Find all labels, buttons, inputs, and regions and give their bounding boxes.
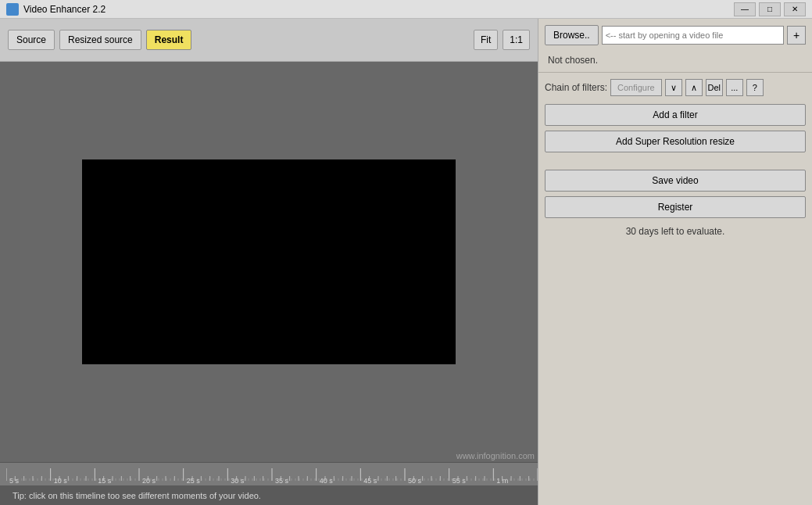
window-controls: — □ ✕ — [734, 2, 806, 16]
timeline-ruler[interactable]: 5 s10 s15 s20 s25 s30 s35 s40 s45 s50 s5… — [0, 462, 538, 485]
configure-button[interactable]: Configure — [610, 79, 662, 96]
arrow-up-button[interactable]: ∧ — [685, 79, 703, 96]
result-tab[interactable]: Result — [146, 30, 192, 50]
add-queue-button[interactable]: + — [787, 26, 806, 45]
svg-text:10 s: 10 s — [54, 477, 68, 484]
video-area — [0, 62, 538, 462]
left-panel: Source Resized source Result Fit 1:1 5 s… — [0, 19, 538, 505]
title-bar: Video Enhancer 2.2 — □ ✕ — [0, 0, 812, 19]
ruler-svg: 5 s10 s15 s20 s25 s30 s35 s40 s45 s50 s5… — [6, 462, 538, 484]
svg-text:25 s: 25 s — [187, 477, 201, 484]
fit-button[interactable]: Fit — [474, 30, 498, 50]
save-video-button[interactable]: Save video — [545, 170, 806, 192]
add-filter-button[interactable]: Add a filter — [545, 104, 806, 126]
file-path-input[interactable] — [602, 26, 784, 45]
chain-filters-row: Chain of filters: Configure ∨ ∧ Del ... … — [538, 76, 812, 99]
right-panel: Browse.. + Not chosen. Chain of filters:… — [538, 19, 812, 505]
add-super-resolution-button[interactable]: Add Super Resolution resize — [545, 131, 806, 152]
help-button[interactable]: ? — [746, 79, 764, 96]
chain-label: Chain of filters: — [545, 82, 607, 93]
maximize-button[interactable]: □ — [759, 2, 781, 16]
divider-1 — [538, 72, 812, 73]
close-button[interactable]: ✕ — [784, 2, 806, 16]
eval-text: 30 days left to evaluate. — [545, 223, 806, 240]
svg-text:50 s: 50 s — [408, 477, 422, 484]
main-layout: Source Resized source Result Fit 1:1 5 s… — [0, 19, 812, 505]
resized-source-tab[interactable]: Resized source — [59, 30, 141, 50]
ruler-marks: 5 s10 s15 s20 s25 s30 s35 s40 s45 s50 s5… — [6, 462, 538, 484]
window-title: Video Enhancer 2.2 — [23, 4, 734, 15]
svg-text:20 s: 20 s — [142, 477, 156, 484]
browse-button[interactable]: Browse.. — [545, 25, 599, 45]
source-tab[interactable]: Source — [8, 30, 55, 50]
actions-section: Save video Register 30 days left to eval… — [538, 163, 812, 246]
ratio-button[interactable]: 1:1 — [503, 30, 530, 50]
browse-row: Browse.. + — [538, 19, 812, 52]
arrow-down-button[interactable]: ∨ — [665, 79, 682, 96]
watermark: www.infognition.com — [453, 449, 538, 462]
svg-text:35 s: 35 s — [275, 477, 289, 484]
view-toolbar: Source Resized source Result Fit 1:1 — [0, 19, 538, 62]
video-canvas — [82, 159, 456, 364]
not-chosen-label: Not chosen. — [538, 52, 812, 69]
timeline-tip: Tip: click on this timeline too see diff… — [6, 488, 267, 503]
minimize-button[interactable]: — — [734, 2, 756, 16]
svg-text:55 s: 55 s — [453, 477, 467, 484]
svg-text:40 s: 40 s — [320, 477, 334, 484]
register-button[interactable]: Register — [545, 196, 806, 218]
more-button[interactable]: ... — [726, 79, 743, 96]
timeline-bottom: Tip: click on this timeline too see diff… — [0, 485, 538, 505]
del-button[interactable]: Del — [706, 79, 723, 96]
filters-section: Add a filter Add Super Resolution resize — [538, 99, 812, 157]
app-icon — [6, 3, 19, 16]
